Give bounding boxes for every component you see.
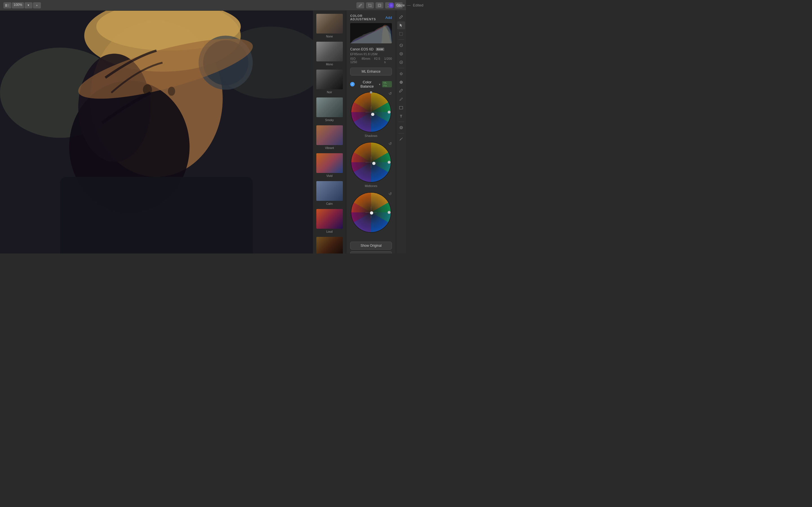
bottom-actions: Show Original Reset Adjustments — [346, 239, 396, 253]
preset-label-mono: Mono — [326, 63, 333, 66]
shadows-reset-button[interactable]: ↺ — [389, 91, 392, 96]
titlebar-left: 100% ▾ + — [3, 2, 41, 8]
toolbar-divider-3 — [398, 122, 404, 122]
preset-thumb-none — [316, 13, 343, 34]
aperture-value: f/2.5 — [374, 57, 380, 64]
photo-canvas[interactable] — [0, 11, 313, 253]
preset-thumb-smoky — [316, 97, 343, 117]
preset-thumb-mono — [316, 41, 343, 62]
preset-label-smoky: Smoky — [325, 119, 334, 122]
show-original-button[interactable]: Show Original — [350, 242, 392, 249]
select-tool-button[interactable] — [397, 30, 405, 38]
preset-label-none: None — [326, 35, 333, 38]
preset-vibrant[interactable]: Vibrant — [313, 123, 346, 151]
toolbar-divider-2 — [398, 68, 404, 68]
preset-thumb-vivid — [316, 153, 343, 173]
preset-thumb-calm — [316, 181, 343, 201]
rectangle-tool-button[interactable] — [397, 104, 405, 112]
svg-point-60 — [401, 127, 402, 128]
portrait-overlay — [0, 11, 313, 253]
svg-rect-50 — [400, 33, 403, 36]
photo-display — [0, 11, 313, 253]
svg-point-53 — [401, 53, 402, 54]
zoom-in-button[interactable]: + — [33, 2, 41, 8]
right-panel: None Mono Noir Smoky — [313, 11, 406, 253]
highlights-color-wheel[interactable] — [350, 191, 392, 233]
stamp-tool-button[interactable] — [397, 124, 405, 131]
add-adjustment-button[interactable]: Add — [386, 15, 392, 20]
svg-rect-57 — [400, 106, 403, 109]
svg-rect-2 — [378, 4, 381, 7]
color-wheels-section: ↺ — [346, 90, 396, 239]
lens-info: EF85mm f/1.8 USM — [350, 52, 392, 56]
panel-toggle-button[interactable] — [3, 2, 11, 8]
text-tool-button[interactable]: T — [397, 112, 405, 120]
app-logo — [389, 3, 394, 8]
extra-tool-button[interactable] — [397, 135, 405, 143]
focal-value: 85mm — [362, 57, 370, 64]
preset-loud[interactable]: Loud — [313, 207, 346, 235]
camera-model: Canon EOS 6D — [350, 47, 373, 51]
histogram — [350, 23, 392, 43]
color-balance-label: Color Balance — [356, 80, 378, 89]
svg-point-49 — [388, 211, 391, 214]
color-balance-check[interactable]: ✓ — [350, 82, 355, 87]
svg-point-54 — [400, 73, 402, 75]
midtones-reset-button[interactable]: ↺ — [389, 142, 392, 146]
ml-enhance-button[interactable]: ML Enhance — [350, 68, 392, 75]
frame-tool-button[interactable] — [375, 2, 384, 8]
main-content: None Mono Noir Smoky — [0, 11, 406, 253]
camera-model-row: Canon EOS 6D RAW — [350, 47, 392, 51]
color-circle-button[interactable] — [397, 78, 405, 86]
reset-adjustments-button[interactable]: Reset Adjustments — [350, 251, 392, 253]
titlebar-center: Gaze — Edited — [389, 3, 406, 8]
color-balance-header: ✓ Color Balance ▾ ML Fix — [346, 78, 396, 90]
preset-calm[interactable]: Calm — [313, 179, 346, 207]
raw-badge: RAW — [376, 48, 385, 51]
svg-rect-3 — [378, 4, 380, 6]
brush-tool-button[interactable] — [397, 87, 405, 95]
preset-label-vivid: Vivid — [326, 174, 333, 177]
preset-none[interactable]: None — [313, 12, 346, 40]
preset-thumb-loud — [316, 209, 343, 229]
zoom-display[interactable]: 100% — [12, 2, 24, 8]
shutter-value: 1/200 s — [384, 57, 392, 64]
preset-label-calm: Calm — [326, 202, 333, 205]
dropdown-chevron-icon: ▾ — [379, 83, 380, 86]
iso-value: ISO 1250 — [350, 57, 358, 64]
preset-thumb-dramatic — [316, 237, 343, 253]
preset-label-noir: Noir — [327, 91, 332, 94]
color-balance-title-button[interactable]: Color Balance ▾ — [356, 80, 380, 89]
midtones-color-wheel[interactable] — [350, 142, 392, 183]
zoom-dropdown-button[interactable]: ▾ — [24, 2, 33, 8]
svg-point-52 — [400, 52, 403, 55]
pen-tool-button[interactable] — [356, 2, 364, 8]
preset-thumb-noir — [316, 69, 343, 90]
filter-tool-button[interactable] — [397, 41, 405, 49]
exposure-tool-button[interactable] — [397, 70, 405, 78]
preset-thumb-vibrant — [316, 125, 343, 145]
clone-tool-button[interactable] — [397, 50, 405, 58]
highlights-reset-button[interactable]: ↺ — [389, 191, 392, 196]
svg-point-41 — [372, 162, 375, 165]
preset-vivid[interactable]: Vivid — [313, 151, 346, 179]
highlights-wheel-container: ↺ — [350, 191, 392, 233]
draw-tool-button[interactable] — [397, 13, 405, 21]
preset-noir[interactable]: Noir — [313, 68, 346, 96]
svg-rect-1 — [7, 4, 9, 7]
preset-label-loud: Loud — [326, 230, 333, 233]
preset-dramatic[interactable]: Dramatic — [313, 235, 346, 253]
preset-mono[interactable]: Mono — [313, 40, 346, 68]
ml-fix-badge: ML Fix — [382, 81, 392, 87]
cursor-tool-button[interactable] — [397, 21, 405, 29]
crop-tool-button[interactable] — [366, 2, 374, 8]
checkmark-icon: ✓ — [351, 83, 354, 86]
shadows-label: Shadows — [364, 134, 377, 137]
filmstrip: None Mono Noir Smoky — [313, 11, 346, 253]
spot-heal-button[interactable] — [397, 58, 405, 66]
shadows-color-wheel[interactable] — [350, 91, 392, 133]
right-toolbar: T — [396, 11, 406, 253]
svg-point-42 — [388, 161, 391, 164]
pencil-tool-button[interactable] — [397, 95, 405, 103]
preset-smoky[interactable]: Smoky — [313, 96, 346, 123]
